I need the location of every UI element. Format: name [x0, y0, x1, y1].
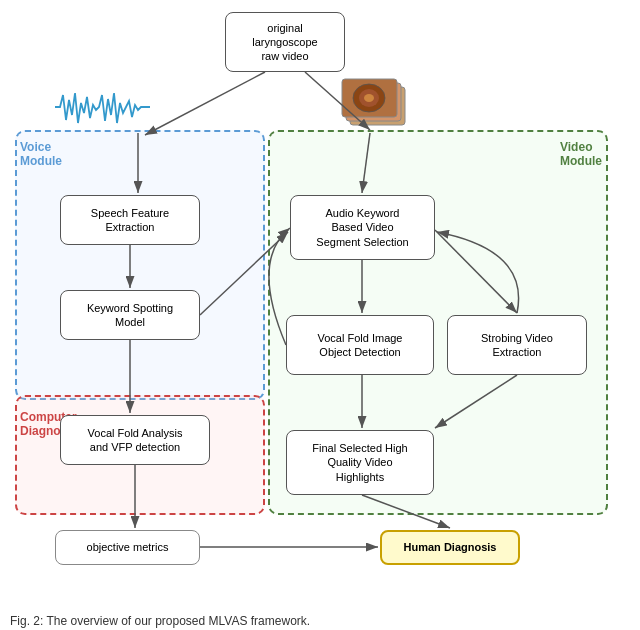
human-diagnosis-box: Human Diagnosis — [380, 530, 520, 565]
raw-video-box: originallaryngoscoperaw video — [225, 12, 345, 72]
voice-module-region — [15, 130, 265, 400]
diagram-container: VoiceModule ComputerDiagnosis VideoModul… — [0, 0, 640, 600]
strobing-video-box: Strobing VideoExtraction — [447, 315, 587, 375]
keyword-spotting-box: Keyword SpottingModel — [60, 290, 200, 340]
svg-line-7 — [145, 72, 265, 135]
vocal-fold-analysis-box: Vocal Fold Analysisand VFP detection — [60, 415, 210, 465]
video-module-label: VideoModule — [560, 140, 602, 168]
waveform-icon — [55, 85, 150, 130]
objective-metrics-box: objective metrics — [55, 530, 200, 565]
caption: Fig. 2: The overview of our proposed MLV… — [10, 614, 310, 628]
vocal-fold-image-box: Vocal Fold ImageObject Detection — [286, 315, 434, 375]
audio-keyword-box: Audio KeywordBased VideoSegment Selectio… — [290, 195, 435, 260]
voice-module-label: VoiceModule — [20, 140, 62, 168]
speech-feature-box: Speech FeatureExtraction — [60, 195, 200, 245]
video-frames-icon — [340, 75, 420, 130]
final-selected-box: Final Selected HighQuality VideoHighligh… — [286, 430, 434, 495]
svg-point-5 — [364, 94, 374, 102]
